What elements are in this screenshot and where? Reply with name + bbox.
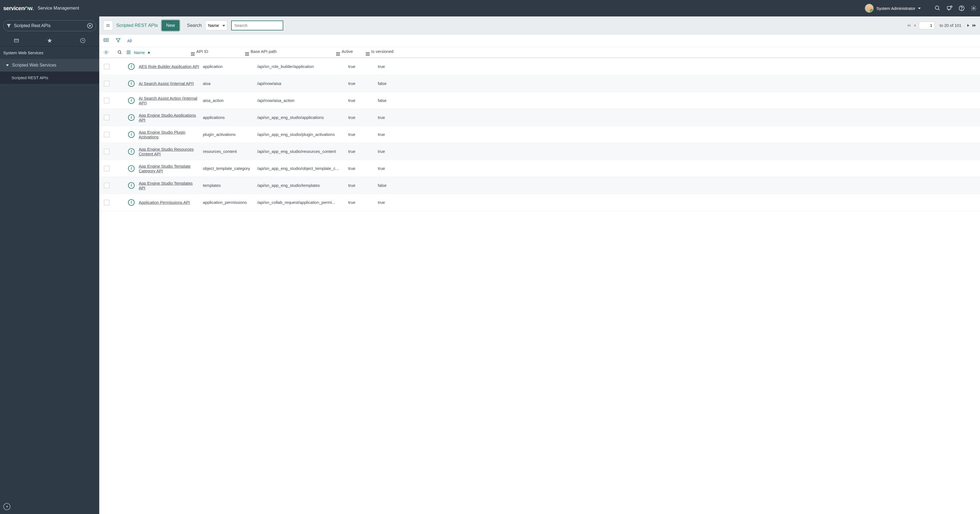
nav-group[interactable]: Scripted Web Services [0, 59, 99, 71]
chevron-down-icon [6, 64, 9, 66]
row-versioned: true [378, 132, 412, 137]
personalize-list-icon[interactable] [99, 49, 113, 55]
nav-section[interactable]: System Web Services [0, 47, 99, 59]
table-header: Name API ID Base API path Active Is vers… [99, 47, 980, 58]
table-row: iApp Engine Studio Plugin Activationsplu… [99, 126, 980, 143]
row-name-link[interactable]: App Engine Studio Templates API [139, 181, 193, 190]
row-name-link[interactable]: App Engine Studio Template Category API [139, 164, 191, 173]
avatar[interactable] [865, 4, 873, 13]
row-checkbox[interactable] [104, 183, 110, 188]
svg-point-5 [961, 10, 962, 10]
search-label: Search [187, 23, 202, 28]
row-checkbox[interactable] [104, 81, 110, 86]
row-apiid: plugin_activations [203, 132, 257, 137]
main-content: Scripted REST APIs New Search Name to 20… [99, 16, 980, 514]
row-checkbox[interactable] [104, 115, 110, 120]
row-apiid: resources_content [203, 149, 257, 154]
page-last-button[interactable] [972, 24, 976, 27]
table-row: iAI Search Assist (Internal API)aisa/api… [99, 75, 980, 92]
nav-all-icon[interactable] [0, 35, 33, 46]
table-row: iApp Engine Studio Applications APIappli… [99, 109, 980, 126]
info-icon[interactable]: i [128, 131, 135, 138]
table-row: iApplication Permissions APIapplication_… [99, 194, 980, 211]
row-checkbox[interactable] [104, 166, 110, 171]
help-icon[interactable] [959, 5, 965, 11]
info-icon[interactable]: i [128, 114, 135, 121]
svg-point-16 [106, 40, 107, 40]
user-menu-caret-icon[interactable] [918, 8, 921, 9]
username[interactable]: System Administrator [877, 6, 915, 11]
row-checkbox[interactable] [104, 64, 110, 69]
page-next-button[interactable] [966, 24, 970, 27]
list-menu-button[interactable] [103, 21, 113, 30]
column-active[interactable]: Active [336, 49, 366, 56]
search-column-icon[interactable] [113, 49, 127, 55]
info-icon[interactable]: i [128, 165, 135, 172]
row-checkbox[interactable] [104, 200, 110, 205]
annotation-arrow-icon [159, 16, 167, 19]
column-api-id[interactable]: API ID [191, 49, 245, 56]
row-versioned: true [378, 64, 412, 69]
info-icon[interactable]: i [128, 148, 135, 155]
nav-item-scripted-rest[interactable]: Scripted REST APIs [0, 71, 99, 84]
info-icon[interactable]: i [128, 97, 135, 104]
row-name-link[interactable]: Application Permissions API [139, 200, 190, 205]
column-name[interactable]: Name [127, 50, 191, 55]
row-checkbox[interactable] [104, 98, 110, 103]
new-button[interactable]: New [162, 20, 179, 31]
page-title: Scripted REST APIs [116, 23, 158, 28]
row-checkbox[interactable] [104, 132, 110, 137]
filter-navigator[interactable] [3, 20, 96, 31]
breadcrumb-all[interactable]: All [127, 38, 132, 43]
row-apiid: application [203, 64, 257, 69]
column-base-path[interactable]: Base API path [245, 49, 336, 56]
svg-point-6 [973, 7, 975, 9]
settings-gear-icon[interactable] [970, 5, 977, 11]
row-versioned: true [378, 166, 412, 171]
row-name-link[interactable]: AI Search Assist (Internal API) [139, 81, 194, 86]
row-path: /api/now/aisa [257, 81, 348, 86]
row-name-link[interactable]: AI Search Assist Action (Internal API) [139, 96, 197, 105]
info-icon[interactable]: i [128, 80, 135, 87]
table-row: iAI Search Assist Action (Internal API)a… [99, 92, 980, 109]
svg-rect-8 [14, 39, 19, 42]
row-path: /api/sn_app_eng_studio/applications [257, 115, 348, 120]
row-versioned: true [378, 200, 412, 205]
filter-funnel-icon[interactable] [115, 37, 121, 44]
row-active: true [348, 115, 378, 120]
page-first-button[interactable] [907, 24, 911, 27]
search-input[interactable] [231, 21, 283, 30]
info-icon[interactable]: i [128, 199, 135, 206]
page-input[interactable] [919, 22, 935, 29]
row-name-link[interactable]: App Engine Studio Applications API [139, 113, 196, 122]
row-active: true [348, 183, 378, 188]
logo: servicenw. [3, 5, 34, 11]
column-versioned[interactable]: Is versioned [366, 49, 400, 56]
row-name-link[interactable]: App Engine Studio Resources Content API [139, 147, 194, 156]
info-icon[interactable]: i [128, 63, 135, 70]
top-header: servicenw. Service Management System Adm… [0, 0, 980, 16]
svg-point-15 [105, 40, 105, 40]
search-icon[interactable] [934, 5, 940, 11]
activity-stream-icon[interactable] [103, 37, 109, 44]
table-row: iApp Engine Studio Resources Content API… [99, 143, 980, 160]
row-apiid: aisa_action [203, 98, 257, 103]
row-checkbox[interactable] [104, 149, 110, 154]
table-row: iApp Engine Studio Template Category API… [99, 160, 980, 177]
row-active: true [348, 149, 378, 154]
row-active: true [348, 132, 378, 137]
search-field-select[interactable]: Name [205, 21, 228, 30]
info-icon[interactable]: i [128, 182, 135, 189]
svg-point-17 [107, 40, 108, 40]
row-apiid: application_permissions [203, 200, 257, 205]
clear-filter-icon[interactable] [87, 23, 93, 29]
row-name-link[interactable]: App Engine Studio Plugin Activations [139, 130, 185, 139]
chat-icon[interactable] [947, 5, 953, 11]
row-name-link[interactable]: AES Role Builder Application API [139, 64, 199, 69]
page-prev-button[interactable] [913, 24, 917, 27]
nav-history-icon[interactable] [66, 35, 99, 46]
nav-favorites-icon[interactable] [33, 35, 66, 46]
filter-input[interactable] [14, 23, 87, 28]
collapse-sidebar-icon[interactable] [3, 503, 10, 510]
svg-rect-3 [951, 6, 952, 7]
